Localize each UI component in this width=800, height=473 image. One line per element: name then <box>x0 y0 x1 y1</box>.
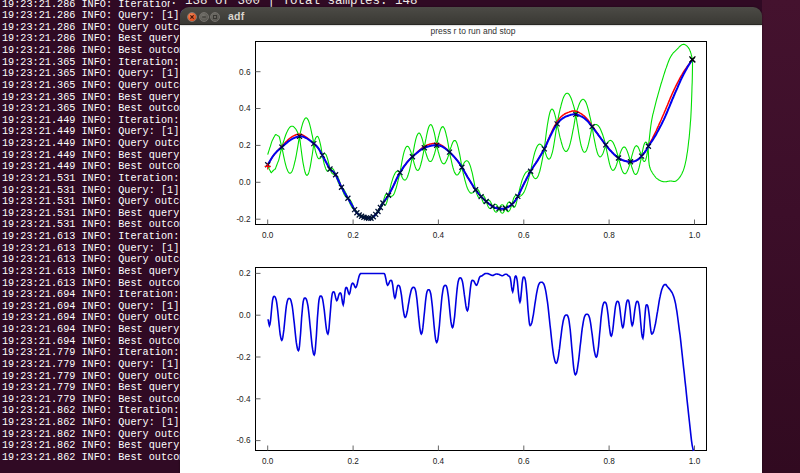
svg-text:0.4: 0.4 <box>433 231 445 240</box>
svg-text:-0.6: -0.6 <box>236 436 251 445</box>
svg-text:press r to run and stop: press r to run and stop <box>430 26 515 36</box>
svg-text:0.2: 0.2 <box>347 231 359 240</box>
svg-text:0.6: 0.6 <box>239 68 251 77</box>
svg-text:0.2: 0.2 <box>239 141 251 150</box>
svg-text:0.6: 0.6 <box>518 457 530 466</box>
svg-text:-0.2: -0.2 <box>236 215 251 224</box>
svg-text:0.6: 0.6 <box>518 231 530 240</box>
svg-text:0.4: 0.4 <box>433 457 445 466</box>
svg-text:0.0: 0.0 <box>262 231 274 240</box>
svg-text:0.0: 0.0 <box>262 457 274 466</box>
svg-text:0.8: 0.8 <box>603 457 615 466</box>
svg-text:0.2: 0.2 <box>347 457 359 466</box>
svg-text:-0.4: -0.4 <box>236 395 251 404</box>
svg-text:-0.2: -0.2 <box>236 353 251 362</box>
svg-text:0.0: 0.0 <box>239 311 251 320</box>
svg-text:1.0: 1.0 <box>689 457 701 466</box>
svg-text:0.0: 0.0 <box>239 178 251 187</box>
svg-text:0.4: 0.4 <box>239 104 251 113</box>
svg-text:0.8: 0.8 <box>603 231 615 240</box>
svg-text:0.2: 0.2 <box>239 269 251 278</box>
svg-text:1.0: 1.0 <box>689 231 701 240</box>
